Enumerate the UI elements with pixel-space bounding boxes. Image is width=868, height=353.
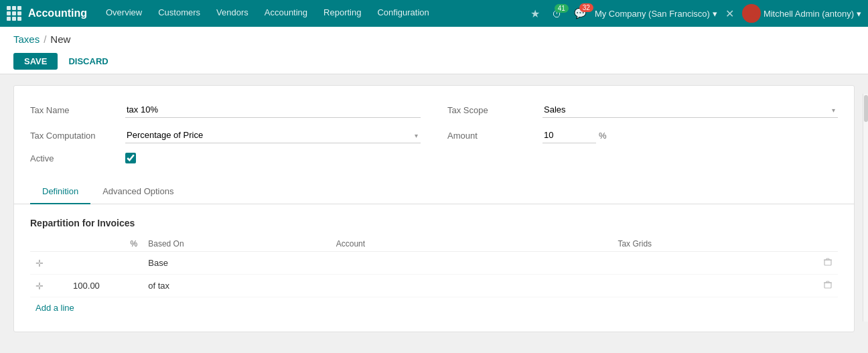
- row1-account: [331, 252, 613, 275]
- nav-overview[interactable]: Overview: [98, 0, 150, 27]
- breadcrumb-separator: /: [44, 33, 46, 45]
- tab-definition[interactable]: Definition: [30, 180, 90, 204]
- messages-icon-button[interactable]: 💬 32: [570, 5, 591, 22]
- nav-reporting[interactable]: Reporting: [315, 0, 369, 27]
- add-line-button[interactable]: Add a line: [35, 297, 74, 318]
- tax-computation-row: Tax Computation Fixed Percentage of Pric…: [30, 127, 421, 143]
- tax-computation-label: Tax Computation: [30, 131, 117, 141]
- row2-percent: 100.00: [68, 275, 143, 297]
- col-account-header: Account: [331, 236, 613, 252]
- nav-links: Overview Customers Vendors Accounting Re…: [98, 0, 522, 27]
- amount-input[interactable]: [542, 127, 596, 143]
- form-card: Tax Name Tax Computation Fixed Percentag…: [13, 85, 855, 332]
- amount-field-group: %: [542, 127, 838, 143]
- drag-handle-cell-2: ✛: [30, 275, 68, 297]
- table-row: ✛ 100.00 of tax: [30, 275, 838, 297]
- row1-delete-button[interactable]: [800, 252, 838, 275]
- tab-bar: Definition Advanced Options: [14, 180, 854, 204]
- tax-scope-row: Tax Scope Sales Purchase None ▾: [447, 102, 838, 118]
- svg-point-0: [747, 8, 755, 16]
- active-row: Active: [30, 153, 421, 163]
- drag-handle-cell: ✛: [30, 252, 68, 275]
- tax-computation-select[interactable]: Fixed Percentage of Price Percentage of …: [125, 127, 421, 143]
- row2-basedon: of tax: [143, 275, 330, 297]
- row1-taxgrids: [612, 252, 800, 275]
- row1-basedon: Base: [143, 252, 330, 275]
- amount-unit: %: [599, 131, 607, 141]
- user-dropdown-icon: ▾: [857, 9, 861, 19]
- col-basedon-header: Based On: [143, 236, 330, 252]
- tax-scope-select-wrapper: Sales Purchase None ▾: [542, 102, 838, 118]
- drag-handle-icon-2[interactable]: ✛: [35, 281, 44, 291]
- repartition-table: % Based On Account Tax Grids ✛: [30, 236, 838, 297]
- col-actions-header: [800, 236, 838, 252]
- form-left: Tax Name Tax Computation Fixed Percentag…: [30, 102, 421, 163]
- tax-name-label: Tax Name: [30, 105, 117, 115]
- apps-icon[interactable]: [7, 6, 21, 21]
- user-name: Mitchell Admin (antony): [764, 9, 854, 19]
- svg-point-1: [745, 16, 757, 23]
- app-name: Accounting: [28, 7, 87, 19]
- breadcrumb-current: New: [50, 33, 70, 45]
- tax-scope-select[interactable]: Sales Purchase None: [542, 102, 838, 118]
- app-brand: Accounting: [28, 7, 87, 19]
- company-name: My Company (San Francisco): [595, 9, 710, 19]
- tax-scope-label: Tax Scope: [447, 105, 534, 115]
- nav-customers[interactable]: Customers: [150, 0, 208, 27]
- svg-rect-4: [824, 283, 831, 288]
- nav-vendors[interactable]: Vendors: [208, 0, 257, 27]
- close-icon[interactable]: ✕: [721, 7, 738, 20]
- table-header-row: % Based On Account Tax Grids: [30, 236, 838, 252]
- col-percent-header: %: [68, 236, 143, 252]
- nav-configuration[interactable]: Configuration: [369, 0, 437, 27]
- messages-badge: 32: [579, 3, 593, 12]
- nav-accounting[interactable]: Accounting: [257, 0, 315, 27]
- main-content: Tax Name Tax Computation Fixed Percentag…: [0, 74, 868, 343]
- scrollbar-thumb[interactable]: [864, 95, 868, 122]
- save-button[interactable]: SAVE: [13, 53, 58, 70]
- nav-right: ★ ⏱ 41 💬 32 My Company (San Francisco) ▾…: [526, 4, 861, 23]
- col-drag-header: [30, 236, 68, 252]
- col-taxgrids-header: Tax Grids: [612, 236, 800, 252]
- top-navigation: Accounting Overview Customers Vendors Ac…: [0, 0, 868, 27]
- tax-name-row: Tax Name: [30, 102, 421, 118]
- tab-advanced-options[interactable]: Advanced Options: [90, 180, 186, 204]
- repartition-title: Repartition for Invoices: [30, 218, 838, 228]
- row2-delete-button[interactable]: [800, 275, 838, 297]
- tax-computation-select-wrapper: Fixed Percentage of Price Percentage of …: [125, 127, 421, 143]
- amount-label: Amount: [447, 131, 534, 141]
- repartition-section: Repartition for Invoices % Based On Acco…: [30, 218, 838, 332]
- svg-rect-2: [824, 260, 831, 265]
- toolbar: SAVE DISCARD: [13, 49, 855, 74]
- discard-button[interactable]: DISCARD: [63, 53, 113, 70]
- active-label: Active: [30, 153, 117, 163]
- activity-icon-button[interactable]: ⏱ 41: [548, 5, 566, 22]
- star-icon-button[interactable]: ★: [526, 5, 544, 23]
- amount-row: Amount %: [447, 127, 838, 143]
- row2-taxgrids: [612, 275, 800, 297]
- form-right: Tax Scope Sales Purchase None ▾ Amount: [447, 102, 838, 163]
- tax-name-input[interactable]: [125, 102, 421, 118]
- drag-handle-icon[interactable]: ✛: [35, 258, 44, 269]
- user-menu[interactable]: Mitchell Admin (antony) ▾: [742, 4, 861, 23]
- avatar: [742, 4, 761, 23]
- active-checkbox[interactable]: [125, 153, 136, 163]
- company-dropdown-icon: ▾: [713, 9, 717, 19]
- form-fields: Tax Name Tax Computation Fixed Percentag…: [30, 102, 838, 163]
- row1-percent: [68, 252, 143, 275]
- page-header: Taxes / New SAVE DISCARD: [0, 27, 868, 74]
- table-row: ✛ Base: [30, 252, 838, 275]
- company-selector[interactable]: My Company (San Francisco) ▾: [595, 9, 717, 19]
- activity-badge: 41: [555, 4, 569, 13]
- breadcrumb-parent[interactable]: Taxes: [13, 33, 40, 45]
- scrollbar-track: [863, 94, 868, 322]
- row2-account: [331, 275, 613, 297]
- breadcrumb: Taxes / New: [13, 31, 855, 49]
